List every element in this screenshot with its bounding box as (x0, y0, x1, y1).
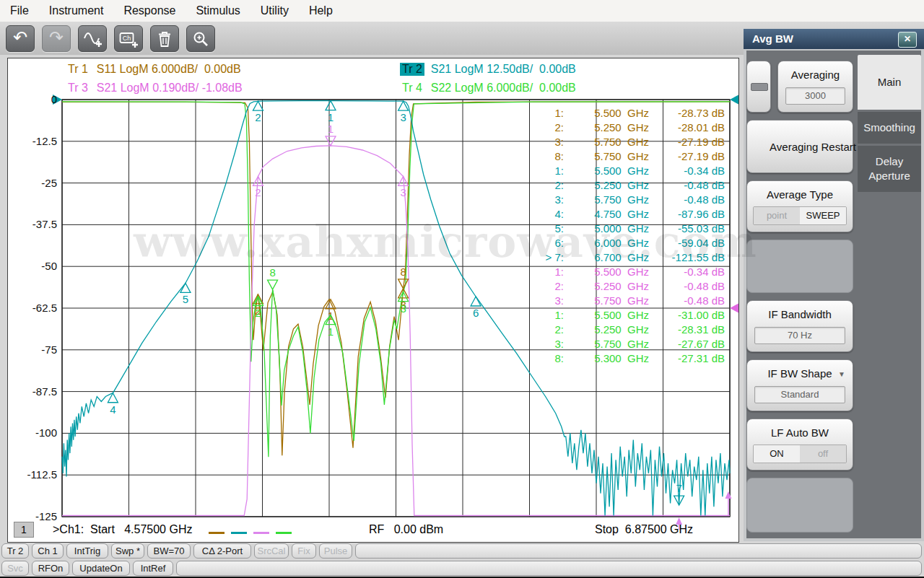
legend-dash-tr4 (276, 532, 292, 534)
marker-frequency: 5.750 GHz (564, 150, 649, 165)
svg-text:7: 7 (676, 482, 681, 494)
svg-text:3: 3 (400, 302, 406, 315)
marker-number: 3: (528, 136, 564, 150)
marker-frequency: 5.750 GHz (564, 193, 649, 208)
menu-help[interactable]: Help (299, 4, 343, 17)
y-axis-label--62.5: -62.5 (19, 302, 57, 314)
ref-level-arrow-tr2-right (730, 95, 738, 105)
marker-frequency: 5.300 GHz (564, 352, 649, 367)
toggle-option-sweep[interactable]: SWEEP (800, 207, 846, 224)
undo-icon[interactable]: ↶ (6, 25, 35, 52)
readout-row-tr4-m2: 2:5.250 GHz-28.31 dB (528, 323, 725, 338)
menu-bar: FileInstrumentResponseStimulusUtilityHel… (0, 0, 924, 22)
svg-text:2: 2 (255, 307, 261, 319)
zoom-icon[interactable] (186, 25, 215, 52)
annotation-text-tr2: S21 LogM 12.50dB/ 0.00dB (424, 63, 576, 75)
annotation-tr3[interactable]: Tr 3 S21 LogM 0.190dB/ -1.08dB (66, 82, 243, 96)
menu-stimulus[interactable]: Stimulus (186, 4, 250, 17)
softkey-blank-2 (746, 478, 853, 533)
tab-label: Main (858, 75, 921, 89)
softkey-label: Average Type (747, 188, 853, 201)
marker-number: 6: (528, 237, 564, 251)
y-axis-label--50: -50 (19, 260, 57, 272)
status-button-empty (176, 561, 922, 576)
svg-text:6: 6 (473, 307, 479, 319)
marker-frequency: 5.500 GHz (564, 107, 649, 121)
marker-1-tr2[interactable]: 1 (326, 101, 336, 123)
marker-1-tr3[interactable]: 1 (326, 123, 336, 146)
tab-smoothing[interactable]: Smoothing (858, 112, 921, 144)
redo-icon: ↷ (42, 25, 71, 52)
annotation-tr1[interactable]: Tr 1 S11 LogM 6.000dB/ 0.00dB (66, 63, 241, 77)
vna-application-window: FileInstrumentResponseStimulusUtilityHel… (0, 0, 924, 578)
status-button-fix: Fix (292, 543, 316, 559)
tab-delay-aperture[interactable]: Delay Aperture (858, 146, 921, 192)
status-button-ch-1[interactable]: Ch 1 (32, 543, 64, 559)
marker-4-tr2[interactable]: 4 (108, 393, 118, 416)
menu-response[interactable]: Response (113, 4, 186, 17)
status-button-tr-2[interactable]: Tr 2 (1, 543, 29, 559)
menu-utility[interactable]: Utility (250, 4, 299, 17)
toggle-option-off[interactable]: off (800, 445, 846, 463)
y-axis-label-0: 0 (19, 93, 57, 105)
svg-text:3: 3 (400, 111, 406, 123)
panel-title: Avg BW (744, 29, 924, 49)
marker-frequency: 5.250 GHz (564, 280, 649, 294)
y-axis-label--25: -25 (19, 177, 57, 189)
status-button-inttrig[interactable]: IntTrig (66, 543, 108, 559)
plot-window[interactable]: 123812345671231238 Tr 1 S11 LogM 6.000dB… (7, 58, 739, 543)
y-axis-label--87.5: -87.5 (19, 385, 57, 398)
toggle-option-on[interactable]: ON (754, 445, 800, 463)
readout-row-tr2-m4: 4:4.750 GHz-87.96 dB (528, 208, 725, 222)
svg-text:1: 1 (328, 123, 334, 135)
readout-row-tr2-m2: 2:5.250 GHz-0.48 dB (528, 179, 725, 193)
marker-frequency: 5.250 GHz (564, 323, 649, 338)
softkey-label: LF Auto BW (747, 426, 853, 439)
close-icon[interactable]: ✕ (898, 32, 917, 48)
marker-value: -0.34 dB (649, 266, 725, 280)
softkey-if-bw-shape[interactable]: IF BW Shape▼Standard (746, 359, 853, 411)
softkey-label: IF BW Shape (747, 367, 853, 380)
marker-3-tr2[interactable]: 3 (398, 101, 409, 123)
marker-number: 3: (528, 193, 564, 208)
add-channel-icon[interactable]: Ch (114, 25, 143, 52)
marker-number: 1: (528, 165, 564, 179)
status-button-bw-70[interactable]: BW=70 (147, 543, 191, 559)
softkey-if-bandwidth[interactable]: IF Bandwidth70 Hz (746, 300, 853, 352)
menu-instrument[interactable]: Instrument (39, 4, 114, 17)
annotation-tr4[interactable]: Tr 4 S22 LogM 6.000dB/ 0.00dB (400, 82, 576, 96)
softkey-averaging-toggle[interactable] (746, 61, 771, 113)
annotation-tr2[interactable]: Tr 2 S21 LogM 12.50dB/ 0.00dB (400, 63, 576, 77)
stop-frequency-text: Stop 6.87500 GHz (595, 523, 693, 536)
status-button-rfon[interactable]: RFOn (32, 561, 69, 576)
menu-file[interactable]: File (0, 4, 39, 17)
svg-text:4: 4 (110, 403, 116, 416)
softkey-averaging[interactable]: Averaging3000 (777, 61, 853, 113)
svg-text:2: 2 (255, 186, 261, 198)
softkey-label: Averaging (778, 69, 853, 81)
toggle-option-point[interactable]: point (754, 207, 800, 224)
marker-2-tr2[interactable]: 2 (253, 101, 263, 123)
softkey-lf-auto-bw[interactable]: LF Auto BWONoff (746, 419, 853, 470)
status-button-intref[interactable]: IntRef (133, 561, 173, 576)
status-button-updateon[interactable]: UpdateOn (72, 561, 130, 576)
marker-number: 8: (528, 150, 564, 165)
marker-value: -0.48 dB (649, 193, 725, 208)
delete-icon[interactable] (150, 25, 179, 52)
marker-8-tr1[interactable]: 8 (398, 266, 409, 289)
chevron-down-icon: ▼ (838, 370, 845, 378)
marker-5-tr2[interactable]: 5 (180, 283, 191, 305)
status-button-row-2: SvcRFOnUpdateOnIntRef (0, 561, 924, 577)
readout-row-tr3-m3: 3:5.750 GHz-0.48 dB (528, 294, 725, 309)
status-button-swp-[interactable]: Swp * (111, 543, 144, 559)
softkey-averaging-restart[interactable]: Averaging Restart (746, 120, 853, 173)
svg-text:2: 2 (255, 111, 261, 123)
tab-main[interactable]: Main (858, 55, 921, 110)
softkey-average-type[interactable]: Average TypepointSWEEP (746, 180, 853, 232)
status-button-c-2-port[interactable]: CΔ 2-Port (193, 543, 251, 559)
svg-text:8: 8 (269, 266, 275, 279)
add-trace-icon[interactable] (78, 25, 107, 52)
softkey-label: IF Bandwidth (747, 308, 853, 320)
marker-8-tr4[interactable]: 8 (268, 266, 278, 289)
status-button-pulse: Pulse (319, 543, 352, 559)
